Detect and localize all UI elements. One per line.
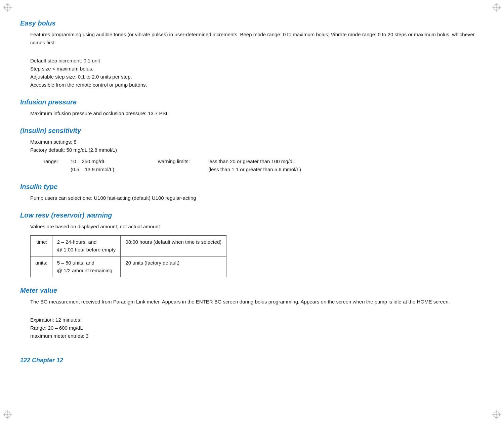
body-easy-bolus: Features programming using audible tones… (20, 31, 484, 89)
warning-values: less than 20 or greater than 100 mg/dL (… (208, 157, 309, 174)
heading-low-resv: Low resv (reservoir) warning (20, 212, 484, 219)
body-insulin-type: Pump users can select one: U100 fast-act… (20, 194, 484, 202)
footer-chapter: 122 Chapter 12 (20, 357, 484, 364)
body-insulin-sensitivity: Maximum settings: 8 Factory default: 50 … (20, 138, 484, 174)
table-cell-time-range: 2 – 24-hours, and @ 1:00 hour before emp… (52, 236, 121, 256)
corner-mark-bl (3, 410, 12, 419)
body-infusion-pressure: Maximum infusion pressure and occlusion … (20, 109, 484, 118)
range-col-right: warning limits: less than 20 or greater … (158, 157, 309, 174)
table-row: time: 2 – 24-hours, and @ 1:00 hour befo… (31, 236, 226, 256)
range-value1: 10 – 250 mg/dL (71, 157, 138, 166)
warning-value2: (less than 1.1 or greater than 5.6 mmol/… (208, 166, 309, 174)
body-meter-value: The BG measurement received from Paradig… (20, 298, 484, 340)
heading-infusion-pressure: Infusion pressure (20, 98, 484, 106)
range-values: 10 – 250 mg/dL (0.5 – 13.9 mmol/L) (71, 157, 138, 174)
easy-bolus-para1: Features programming using audible tones… (30, 31, 484, 47)
heading-insulin-sensitivity: (insulin) sensitivity (20, 127, 484, 135)
page-container: Easy bolus Features programming using au… (0, 0, 504, 384)
corner-mark-br (492, 410, 501, 419)
table-cell-time-default: 08:00 hours (default when time is select… (121, 236, 226, 256)
low-resv-table: time: 2 – 24-hours, and @ 1:00 hour befo… (30, 235, 226, 277)
warning-label: warning limits: (158, 157, 202, 166)
heading-meter-value: Meter value (20, 287, 484, 294)
heading-insulin-type: Insulin type (20, 183, 484, 191)
infusion-pressure-para1: Maximum infusion pressure and occlusion … (30, 109, 484, 118)
heading-easy-bolus: Easy bolus (20, 19, 484, 27)
table-row: units: 5 – 50 units, and @ 1/2 amount re… (31, 256, 226, 277)
range-value2: (0.5 – 13.9 mmol/L) (71, 166, 138, 174)
low-resv-para1: Values are based on displayed amount, no… (30, 223, 484, 231)
meter-value-para2: Expiration: 12 minutes; Range: 20 – 600 … (30, 316, 484, 340)
table-cell-units-default: 20 units (factory default) (121, 256, 226, 277)
meter-value-para1: The BG measurement received from Paradig… (30, 298, 484, 306)
insulin-sensitivity-para1: Maximum settings: 8 Factory default: 50 … (30, 138, 484, 154)
body-low-resv: Values are based on displayed amount, no… (20, 223, 484, 277)
table-cell-units-range: 5 – 50 units, and @ 1/2 amount remaining (52, 256, 121, 277)
insulin-type-para1: Pump users can select one: U100 fast-act… (30, 194, 484, 202)
range-label: range: (44, 157, 64, 166)
warning-value1: less than 20 or greater than 100 mg/dL (208, 157, 309, 166)
table-cell-units-label: units: (31, 256, 52, 277)
table-cell-time-label: time: (31, 236, 52, 256)
range-table: range: 10 – 250 mg/dL (0.5 – 13.9 mmol/L… (30, 157, 484, 174)
range-col-left: range: 10 – 250 mg/dL (0.5 – 13.9 mmol/L… (44, 157, 138, 174)
easy-bolus-para2: Default step increment: 0.1 unit Step si… (30, 57, 484, 89)
